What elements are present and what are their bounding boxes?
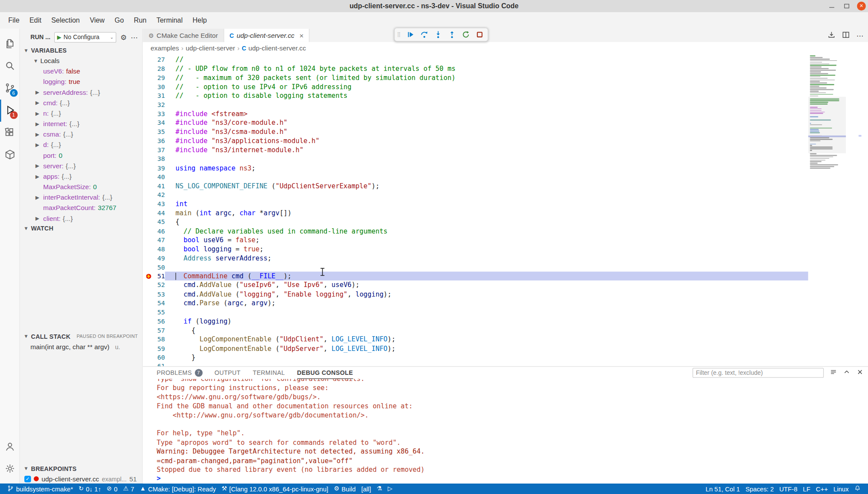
breakpoint-gutter[interactable] [143,290,154,299]
line-number[interactable]: 27 [154,55,165,64]
line-number[interactable]: 37 [154,146,165,155]
maximize-panel-icon[interactable] [843,368,851,377]
line-number[interactable]: 34 [154,118,165,127]
breakpoint-gutter[interactable] [143,344,154,353]
code-line[interactable]: 44main (int argc, char *argv[]) [143,209,808,218]
line-number[interactable]: 45 [154,217,165,227]
breakpoint-gutter[interactable] [143,299,154,308]
breakpoint-gutter[interactable] [143,200,154,209]
code-line[interactable]: 42 [143,190,808,200]
breakpoint-gutter[interactable] [143,353,154,362]
breakpoint-gutter[interactable] [143,127,154,137]
breakpoint-gutter[interactable] [143,154,154,164]
call-stack-section-header[interactable]: ▼ CALL STACK PAUSED ON BREAKPOINT [20,331,142,341]
status-item-0[interactable]: ⊘0 [104,484,120,494]
code-line[interactable]: 40 [143,173,808,182]
code-line[interactable]: 28// - UDP flow from n0 to n1 of 1024 by… [143,64,808,73]
code-line[interactable]: 31// - option to disable logging stateme… [143,91,808,100]
line-number[interactable]: 35 [154,127,165,137]
status-item-utf-8[interactable]: UTF-8 [777,484,800,494]
sidebar-item-source-control[interactable]: 6 [0,77,20,100]
status-item--all-[interactable]: [all] [358,484,374,494]
status-item-cmake-debug-ready[interactable]: ▲CMake: [Debug]: Ready [137,484,219,494]
breadcrumb-item[interactable]: udp-client-server.cc [248,44,306,52]
breakpoint-gutter[interactable] [143,326,154,335]
menu-file[interactable]: File [3,14,25,27]
line-number[interactable]: 47 [154,236,165,245]
line-number[interactable]: 52 [154,280,165,290]
menu-terminal[interactable]: Terminal [151,14,187,27]
minimize-icon[interactable] [829,5,834,7]
code-line[interactable]: 41NS_LOG_COMPONENT_DEFINE ("UdpClientSer… [143,181,808,190]
variable-row[interactable]: ▶csma:{...} [20,129,142,139]
code-line[interactable]: 35#include "ns3/csma-module.h" [143,127,808,137]
code-line[interactable]: 43int [143,200,808,209]
restore-icon[interactable] [844,4,849,8]
breakpoint-gutter[interactable] [143,236,154,245]
collapse-all-icon[interactable] [830,368,837,377]
breakpoint-row[interactable]: ✓udp-client-server.ccexampl...51 [20,474,142,484]
line-number[interactable]: 29 [154,73,165,83]
breakpoint-gutter[interactable] [143,254,154,263]
code-line[interactable]: 58 LogComponentEnable ("UdpClient", LOG_… [143,335,808,344]
breakpoint-gutter[interactable] [143,209,154,218]
sidebar-item-search[interactable] [0,55,20,77]
code-line[interactable]: 59 LogComponentEnable ("UdpServer", LOG_… [143,344,808,353]
code-line[interactable]: 27// [143,55,808,64]
line-number[interactable]: 60 [154,353,165,362]
breadcrumb-item[interactable]: examples [150,44,179,52]
code-line[interactable]: 55 [143,308,808,317]
debug-config-dropdown[interactable]: ▶ No Configura ⌄ [54,32,117,42]
variable-row[interactable]: ▶apps:{...} [20,171,142,181]
variable-row[interactable]: ▶n:{...} [20,108,142,118]
line-number[interactable]: 44 [154,209,165,218]
breakpoint-gutter[interactable] [143,55,154,64]
variable-row[interactable]: logging:true [20,77,142,87]
breakpoint-gutter[interactable] [143,164,154,173]
breakpoint-gutter[interactable] [143,73,154,83]
breadcrumb-item[interactable]: udp-client-server [186,44,235,52]
overview-ruler[interactable] [846,54,868,366]
status-item-7[interactable]: ⚠7 [120,484,137,494]
menu-view[interactable]: View [85,14,110,27]
line-number[interactable]: 28 [154,64,165,73]
code-line[interactable]: 45{ [143,217,808,227]
breakpoint-gutter[interactable] [143,173,154,182]
line-number[interactable]: 40 [154,173,165,182]
line-number[interactable]: 61 [154,362,165,366]
code-line[interactable]: 38 [143,154,808,164]
code-area[interactable]: 27//28// - UDP flow from n0 to n1 of 102… [143,54,808,366]
minimap-slider[interactable] [808,97,846,153]
sidebar-item-explorer[interactable] [0,33,20,55]
breakpoint-gutter[interactable] [143,146,154,155]
menu-edit[interactable]: Edit [24,14,46,27]
breakpoint-gutter[interactable] [143,137,154,146]
breakpoint-gutter[interactable] [143,190,154,200]
status-item-lf[interactable]: LF [800,484,813,494]
variable-row[interactable]: port:0 [20,150,142,160]
code-line[interactable]: 36#include "ns3/applications-module.h" [143,137,808,146]
scope-locals[interactable]: ▼ Locals [20,55,142,66]
status-item--clang-12-0-0-x86-64-pc-[interactable]: ⚒[Clang 12.0.0 x86_64-pc-linux-gnu] [219,484,331,494]
breakpoint-gutter[interactable] [143,181,154,190]
line-number[interactable]: 42 [154,190,165,200]
code-line[interactable]: 30// - option to use IPv4 or IPv6 addres… [143,82,808,91]
debug-current-line-icon[interactable] [143,272,154,281]
console-filter-input[interactable] [693,368,824,378]
status-item-bell-icon[interactable] [851,484,864,494]
close-icon[interactable]: × [857,2,866,10]
code-line[interactable]: 61 [143,362,808,366]
breakpoint-gutter[interactable] [143,280,154,290]
panel-tab-terminal[interactable]: TERMINAL [253,367,285,379]
line-number[interactable]: 32 [154,100,165,110]
breakpoint-gutter[interactable] [143,82,154,91]
code-line[interactable]: 52 cmd.AddValue ("useIpv6", "Use Ipv6", … [143,280,808,290]
breakpoint-gutter[interactable] [143,64,154,73]
line-number[interactable]: 41 [154,181,165,190]
sidebar-item-extensions[interactable] [0,122,20,144]
breakpoint-gutter[interactable] [143,91,154,100]
tab-udp-client-server-cc[interactable]: Cudp-client-server.cc× [224,29,310,42]
line-number[interactable]: 48 [154,245,165,254]
console-prompt[interactable]: > [157,474,868,484]
line-number[interactable]: 55 [154,308,165,317]
